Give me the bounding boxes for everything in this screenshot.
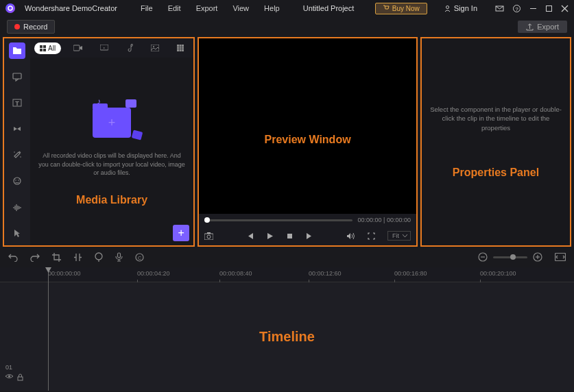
stop-button[interactable] bbox=[286, 232, 294, 240]
app-logo bbox=[5, 3, 15, 13]
split-button[interactable] bbox=[73, 253, 82, 262]
lock-icon[interactable] bbox=[17, 373, 23, 381]
sidebar-transitions[interactable] bbox=[9, 121, 25, 137]
svg-rect-27 bbox=[182, 45, 184, 47]
media-body[interactable]: ♪ + All recorded video clips will be dis… bbox=[30, 58, 193, 245]
playhead[interactable] bbox=[48, 267, 49, 391]
svg-rect-26 bbox=[180, 45, 182, 47]
svg-rect-37 bbox=[287, 234, 292, 238]
sidebar-annotations[interactable] bbox=[9, 69, 25, 85]
maximize-icon[interactable] bbox=[545, 5, 553, 12]
menu-view[interactable]: View bbox=[232, 4, 249, 12]
svg-rect-22 bbox=[100, 45, 108, 50]
export-icon bbox=[526, 23, 534, 31]
mail-icon[interactable] bbox=[495, 4, 504, 13]
prev-frame-button[interactable] bbox=[246, 232, 254, 240]
menu-export[interactable]: Export bbox=[196, 4, 218, 12]
svg-rect-21 bbox=[73, 45, 80, 51]
undo-button[interactable] bbox=[8, 252, 18, 262]
svg-rect-25 bbox=[177, 45, 179, 47]
sign-in-button[interactable]: Sign In bbox=[444, 4, 477, 12]
crop-button[interactable] bbox=[52, 253, 61, 262]
sidebar-cursor[interactable] bbox=[9, 225, 25, 241]
copyright-button[interactable]: C bbox=[135, 253, 144, 262]
sidebar-stickers[interactable] bbox=[9, 173, 25, 189]
menu-help[interactable]: Help bbox=[264, 4, 280, 12]
svg-point-15 bbox=[15, 180, 16, 181]
media-tab-screen[interactable] bbox=[95, 42, 114, 53]
preview-panel: Preview Window 00:00:00 | 00:00:00 Fit bbox=[198, 37, 418, 247]
fit-timeline-button[interactable] bbox=[555, 253, 566, 261]
media-illustration: ♪ + bbox=[84, 97, 139, 145]
ruler-tick: 00:00:20:100 bbox=[480, 270, 516, 277]
sidebar-effects[interactable] bbox=[9, 147, 25, 163]
sidebar-captions[interactable]: T bbox=[9, 95, 25, 111]
help-icon[interactable]: ? bbox=[512, 4, 521, 13]
app-name: Wondershare DemoCreator bbox=[25, 4, 117, 12]
play-button[interactable] bbox=[266, 232, 274, 240]
next-frame-button[interactable] bbox=[306, 232, 313, 240]
visibility-icon[interactable] bbox=[5, 373, 13, 381]
voiceover-button[interactable] bbox=[115, 252, 123, 262]
volume-button[interactable] bbox=[346, 232, 355, 240]
properties-panel: Select the component in the player or do… bbox=[420, 37, 571, 247]
svg-rect-48 bbox=[18, 377, 23, 380]
zoom-slider[interactable] bbox=[493, 256, 527, 258]
timeline-panel[interactable]: 00:00:00:00 00:00:04:20 00:00:08:40 00:0… bbox=[0, 267, 574, 391]
menu-file[interactable]: File bbox=[141, 4, 153, 12]
svg-rect-30 bbox=[182, 47, 184, 49]
svg-text:C: C bbox=[138, 255, 141, 260]
media-tab-video[interactable] bbox=[68, 42, 88, 53]
media-library-label: Media Library bbox=[76, 194, 147, 206]
close-icon[interactable] bbox=[561, 5, 569, 12]
record-button[interactable]: Record bbox=[7, 20, 55, 34]
svg-rect-36 bbox=[207, 232, 211, 234]
svg-rect-18 bbox=[43, 45, 46, 48]
media-tab-grid[interactable] bbox=[171, 42, 189, 53]
svg-point-12 bbox=[14, 151, 15, 153]
preview-viewport[interactable]: Preview Window bbox=[199, 38, 416, 214]
zoom-in-button[interactable] bbox=[533, 252, 542, 262]
snapshot-button[interactable] bbox=[204, 232, 213, 240]
svg-point-1 bbox=[446, 5, 449, 8]
media-tab-audio[interactable] bbox=[121, 42, 139, 54]
media-help-text: All recorded video clips will be display… bbox=[37, 151, 187, 177]
svg-rect-28 bbox=[177, 47, 179, 49]
sidebar-sound[interactable] bbox=[9, 199, 25, 215]
video-chip-icon bbox=[125, 99, 136, 108]
track-number: 01 bbox=[5, 364, 23, 371]
svg-rect-23 bbox=[151, 45, 159, 51]
svg-point-47 bbox=[8, 376, 10, 378]
menu-edit[interactable]: Edit bbox=[168, 4, 181, 12]
export-button[interactable]: Export bbox=[518, 21, 567, 33]
zoom-out-button[interactable] bbox=[478, 252, 488, 262]
media-tab-all[interactable]: All bbox=[34, 42, 61, 54]
toolbar: Record Export bbox=[0, 16, 574, 37]
fullscreen-button[interactable] bbox=[368, 232, 375, 240]
left-sidebar: T bbox=[4, 38, 30, 245]
timeline-ruler[interactable]: 00:00:00:00 00:00:04:20 00:00:08:40 00:0… bbox=[0, 267, 574, 282]
menu-bar: File Edit Export View Help bbox=[141, 4, 280, 12]
redo-button[interactable] bbox=[30, 252, 40, 262]
buy-now-button[interactable]: Buy Now bbox=[375, 3, 427, 14]
media-tab-image[interactable] bbox=[145, 42, 165, 53]
svg-point-24 bbox=[153, 46, 154, 47]
sidebar-library[interactable] bbox=[9, 42, 25, 59]
minimize-icon[interactable] bbox=[529, 5, 537, 12]
project-title: Untitled Project bbox=[303, 4, 355, 12]
svg-rect-19 bbox=[40, 49, 43, 51]
ruler-tick: 00:00:16:80 bbox=[394, 270, 427, 277]
seek-bar[interactable] bbox=[204, 219, 352, 221]
track-header: 01 bbox=[5, 364, 23, 381]
export-label: Export bbox=[537, 23, 559, 31]
marker-button[interactable] bbox=[95, 252, 103, 262]
add-media-button[interactable]: + bbox=[173, 225, 189, 241]
svg-rect-9 bbox=[13, 73, 21, 79]
record-dot-icon bbox=[14, 24, 20, 29]
fit-select[interactable]: Fit bbox=[387, 231, 411, 241]
svg-rect-6 bbox=[547, 5, 552, 11]
ruler-tick: 00:00:08:40 bbox=[219, 270, 252, 277]
record-label: Record bbox=[23, 23, 47, 31]
preview-controls: 00:00:00 | 00:00:00 Fit bbox=[199, 214, 416, 245]
svg-rect-34 bbox=[204, 234, 213, 240]
